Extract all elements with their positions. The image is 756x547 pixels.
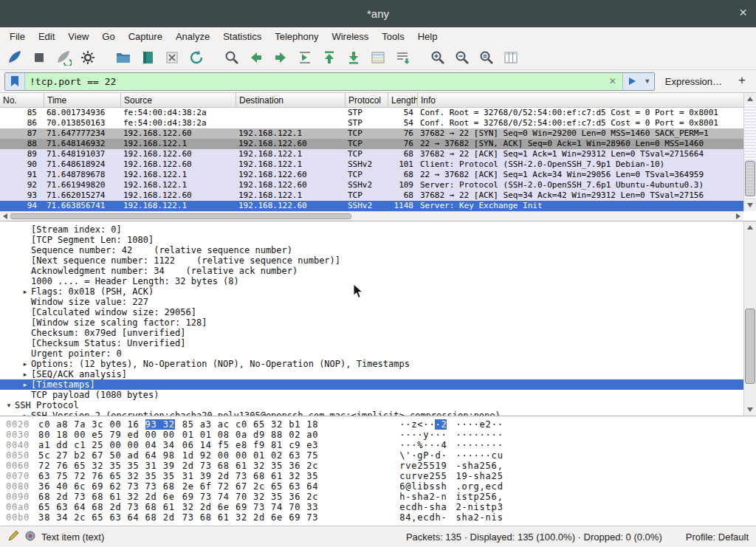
filter-clear-button[interactable]: ✕ xyxy=(603,76,622,86)
packet-row[interactable]: 8568.001734936fe:54:00:d4:38:2aSTP54Conf… xyxy=(0,108,756,118)
scroll-down-icon[interactable] xyxy=(747,203,753,207)
reload-file-button[interactable] xyxy=(186,48,207,67)
add-filter-button[interactable]: + xyxy=(732,73,752,89)
start-capture-button[interactable] xyxy=(4,48,25,67)
packet-list-hscrollbar[interactable] xyxy=(0,211,743,221)
scroll-right-icon[interactable] xyxy=(736,213,740,219)
expander-icon[interactable] xyxy=(19,297,31,307)
packet-row[interactable]: 9271.661949820192.168.122.1192.168.122.6… xyxy=(0,180,756,190)
colorize-button[interactable] xyxy=(368,48,388,67)
packet-row[interactable]: 8871.648146932192.168.122.1192.168.122.6… xyxy=(0,139,756,149)
detail-line[interactable]: ▸[SEQ/ACK analysis] xyxy=(0,369,756,379)
go-last-button[interactable] xyxy=(343,48,364,67)
hex-row[interactable]: 00b038 34 2c 65 63 64 68 2d73 68 61 32 2… xyxy=(6,512,756,523)
detail-line-selected[interactable]: ▸[Timestamps] xyxy=(0,379,756,390)
menu-item-wireless[interactable]: Wireless xyxy=(325,29,375,44)
column-header-destination[interactable]: Destination xyxy=(236,93,346,107)
go-to-packet-button[interactable] xyxy=(295,48,315,67)
menu-item-help[interactable]: Help xyxy=(411,29,444,44)
detail-line[interactable]: [Window size scaling factor: 128] xyxy=(0,317,756,328)
detail-line[interactable]: [Next sequence number: 1122 (relative se… xyxy=(0,255,756,266)
detail-line[interactable]: Checksum: 0x79ed [unverified] xyxy=(0,328,756,338)
expression-button[interactable]: Expression… xyxy=(661,75,726,89)
expander-icon[interactable]: ▸ xyxy=(19,379,31,390)
detail-line[interactable]: [Calculated window size: 29056] xyxy=(0,307,756,317)
auto-scroll-button[interactable] xyxy=(392,48,413,67)
column-header-time[interactable]: Time xyxy=(44,93,121,107)
menu-item-file[interactable]: File xyxy=(3,29,32,44)
expander-icon[interactable] xyxy=(19,338,31,348)
packet-row[interactable]: 8971.648191037192.168.122.60192.168.122.… xyxy=(0,149,756,159)
packet-row[interactable]: 9371.662015274192.168.122.60192.168.122.… xyxy=(0,190,756,201)
menu-item-edit[interactable]: Edit xyxy=(32,29,61,44)
packet-row[interactable]: 9171.648789678192.168.122.1192.168.122.6… xyxy=(0,170,756,180)
detail-line[interactable]: [Checksum Status: Unverified] xyxy=(0,338,756,348)
expert-info-button[interactable] xyxy=(25,531,35,543)
expander-icon[interactable] xyxy=(19,276,31,286)
expander-icon[interactable]: ▾ xyxy=(3,400,15,410)
scroll-down-icon[interactable] xyxy=(747,407,753,412)
detail-line[interactable]: TCP payload (1080 bytes) xyxy=(0,390,756,400)
expander-icon[interactable]: ▸ xyxy=(19,359,31,369)
open-file-button[interactable] xyxy=(113,48,134,67)
detail-line[interactable]: ▾SSH Protocol xyxy=(0,400,756,410)
expander-icon[interactable] xyxy=(19,245,31,255)
detail-line[interactable]: [TCP Segment Len: 1080] xyxy=(0,235,756,245)
packet-row[interactable]: 8670.013850163fe:54:00:d4:38:2aSTP54Conf… xyxy=(0,118,756,128)
vscrollbar-thumb[interactable] xyxy=(745,161,755,196)
column-header-protocol[interactable]: Protocol xyxy=(346,93,388,107)
go-forward-button[interactable] xyxy=(270,48,291,67)
detail-line[interactable]: Sequence number: 42 (relative sequence n… xyxy=(0,245,756,255)
detail-line[interactable]: ▸SSH Version 2 (encryption:chacha20-poly… xyxy=(0,410,756,416)
menu-item-statistics[interactable]: Statistics xyxy=(216,29,268,44)
hex-row[interactable]: 006072 76 65 32 35 35 31 392d 73 68 61 3… xyxy=(6,461,756,471)
close-file-button[interactable] xyxy=(162,48,182,67)
column-header-no[interactable]: No. xyxy=(0,93,44,107)
menu-item-analyze[interactable]: Analyze xyxy=(169,29,216,44)
expander-icon[interactable] xyxy=(19,266,31,276)
go-back-button[interactable] xyxy=(246,48,267,67)
capture-options-button[interactable] xyxy=(78,48,98,67)
find-packet-button[interactable] xyxy=(221,48,242,67)
column-header-info[interactable]: Info xyxy=(418,93,756,107)
restart-capture-button[interactable] xyxy=(53,48,74,67)
hex-row[interactable]: 00505c 27 b2 67 50 ad 64 981d 92 00 00 0… xyxy=(6,450,756,461)
expander-icon[interactable] xyxy=(19,255,31,266)
go-first-button[interactable] xyxy=(319,48,340,67)
expander-icon[interactable]: ▸ xyxy=(19,286,31,297)
stop-capture-button[interactable] xyxy=(29,48,49,67)
detail-line[interactable]: ▸Flags: 0x018 (PSH, ACK) xyxy=(0,286,756,297)
scroll-left-icon[interactable] xyxy=(3,213,7,219)
expander-icon[interactable] xyxy=(19,307,31,317)
scroll-up-icon[interactable] xyxy=(747,225,753,230)
menu-item-go[interactable]: Go xyxy=(95,29,121,44)
detail-line[interactable]: Acknowledgment number: 34 (relative ack … xyxy=(0,266,756,276)
packet-list-vscrollbar[interactable] xyxy=(743,93,756,211)
menu-item-tools[interactable]: Tools xyxy=(375,29,410,44)
expander-icon[interactable] xyxy=(19,348,31,359)
vscrollbar-thumb[interactable] xyxy=(745,309,755,384)
column-header-source[interactable]: Source xyxy=(121,93,236,107)
packet-row[interactable]: 8771.647777234192.168.122.60192.168.122.… xyxy=(0,128,756,139)
detail-line[interactable]: [Stream index: 0] xyxy=(0,224,756,235)
packet-row-selected[interactable]: 9471.663856741192.168.122.1192.168.122.6… xyxy=(0,201,756,211)
detail-line[interactable]: 1000 .... = Header Length: 32 bytes (8) xyxy=(0,276,756,286)
expander-icon[interactable]: ▸ xyxy=(19,410,31,416)
packet-row[interactable]: 9071.648618924192.168.122.60192.168.122.… xyxy=(0,159,756,170)
detail-line[interactable]: ▸Options: (12 bytes), No-Operation (NOP)… xyxy=(0,359,756,369)
expander-icon[interactable] xyxy=(19,235,31,245)
filter-bookmark-button[interactable] xyxy=(5,73,25,90)
detail-vscrollbar[interactable] xyxy=(743,221,756,416)
hex-row[interactable]: 009068 2d 73 68 61 32 2d 6e69 73 74 70 3… xyxy=(6,492,756,502)
expander-icon[interactable] xyxy=(19,390,31,400)
capture-comment-button[interactable] xyxy=(7,530,19,544)
save-file-button[interactable] xyxy=(137,48,158,67)
expander-icon[interactable]: ▸ xyxy=(19,369,31,379)
hex-row[interactable]: 008036 40 6c 69 62 73 73 682e 6f 72 67 2… xyxy=(6,481,756,492)
detail-line[interactable]: Urgent pointer: 0 xyxy=(0,348,756,359)
filter-apply-button[interactable] xyxy=(622,73,641,90)
expander-icon[interactable] xyxy=(19,224,31,235)
zoom-original-button[interactable] xyxy=(476,48,497,67)
resize-columns-button[interactable] xyxy=(501,48,521,67)
menu-item-telephony[interactable]: Telephony xyxy=(268,29,325,44)
